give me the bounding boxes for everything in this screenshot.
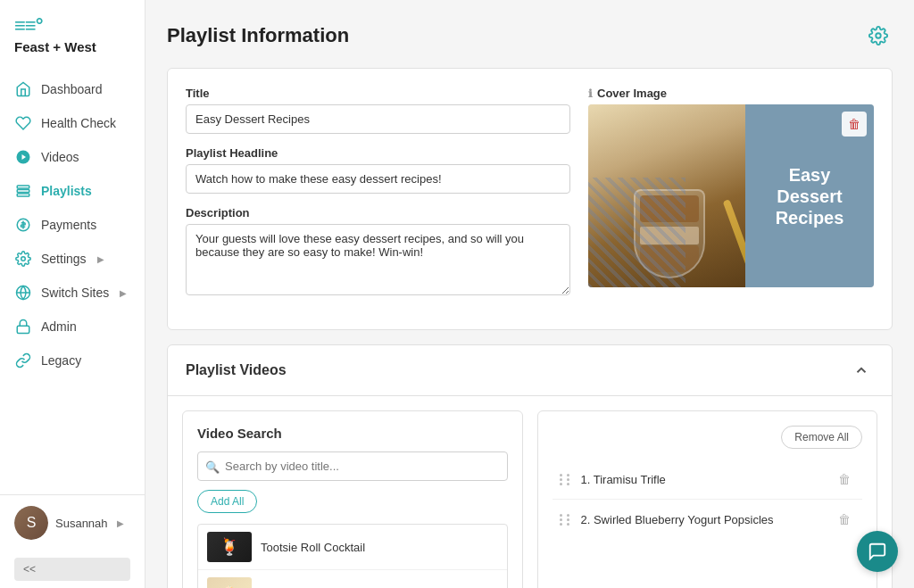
video-item-name: 2. Swirled Blueberry Yogurt Popsicles: [581, 513, 826, 526]
chat-button[interactable]: [857, 531, 898, 572]
sidebar-item-settings[interactable]: Settings ▶: [0, 242, 145, 276]
main-content: Playlist Information Title Playlist Head…: [145, 0, 914, 588]
remove-all-button[interactable]: Remove All: [781, 426, 862, 449]
blueberry-thumb: [207, 577, 252, 588]
drag-handle[interactable]: [560, 474, 572, 485]
switch-sites-arrow: ▶: [120, 288, 127, 298]
video-delete-button[interactable]: 🗑: [834, 509, 855, 530]
add-all-button[interactable]: Add All: [197, 490, 257, 513]
sidebar-item-label: Playlists: [41, 184, 92, 198]
video-list-item: 1. Tiramisu Trifle 🗑: [553, 460, 863, 500]
cover-image-label: ℹ Cover Image: [588, 87, 874, 100]
sidebar-item-label: Admin: [41, 319, 77, 334]
video-search-title: Video Search: [197, 426, 508, 441]
video-search-results: Tootsie Roll Cocktail Swirled Blueberry …: [197, 524, 508, 588]
sidebar-item-playlists[interactable]: Playlists: [0, 174, 145, 208]
description-form-group: Description Your guests will love these …: [186, 206, 570, 299]
logo-text: Feast + West: [14, 39, 96, 54]
link-icon: [14, 352, 32, 369]
title-form-group: Title: [186, 87, 570, 134]
sidebar-item-videos[interactable]: Videos: [0, 140, 145, 174]
search-result-item[interactable]: Swirled Blueberry Yogurt Popsicles: [198, 570, 507, 588]
sidebar-item-label: Videos: [41, 150, 79, 164]
video-item-name: 1. Tiramisu Trifle: [581, 473, 826, 486]
gear-icon: [14, 250, 32, 268]
lock-icon: [14, 318, 32, 335]
search-input-wrap: 🔍: [197, 451, 508, 481]
sidebar-item-label: Settings: [41, 252, 87, 266]
settings-gear-button[interactable]: [864, 21, 893, 50]
headline-input[interactable]: [186, 164, 570, 194]
sidebar-item-label: Switch Sites: [41, 286, 109, 300]
svg-point-6: [21, 257, 26, 261]
sidebar-item-dashboard[interactable]: Dashboard: [0, 72, 145, 106]
drag-handle[interactable]: [560, 514, 572, 526]
list-icon: [14, 182, 32, 200]
headline-form-group: Playlist Headline: [186, 146, 570, 194]
sidebar-nav: Dashboard Health Check Videos Playlists: [0, 65, 145, 494]
playlist-videos-card: Playlist Videos Video Search 🔍 Add All T…: [167, 344, 893, 588]
avatar: S: [14, 506, 48, 540]
svg-rect-3: [17, 190, 29, 193]
result-name: Tootsie Roll Cocktail: [261, 541, 365, 554]
description-textarea[interactable]: Your guests will love these easy dessert…: [186, 224, 570, 295]
videos-panel: Video Search 🔍 Add All Tootsie Roll Cock…: [168, 396, 892, 588]
page-title: Playlist Information: [167, 24, 349, 47]
home-icon: [14, 80, 32, 98]
tootsie-thumb: [207, 532, 252, 562]
sidebar-item-payments[interactable]: Payments: [0, 208, 145, 242]
sidebar-item-label: Legacy: [41, 353, 81, 368]
cover-image-form-group: ℹ Cover Image: [588, 87, 874, 287]
sidebar-logo: ≡≡° Feast + West: [0, 0, 145, 65]
search-input[interactable]: [197, 451, 508, 481]
user-arrow: ▶: [117, 518, 124, 528]
money-icon: [14, 216, 32, 234]
svg-rect-9: [17, 326, 29, 333]
info-icon: ℹ: [588, 87, 593, 100]
video-delete-button[interactable]: 🗑: [834, 468, 855, 490]
sidebar-user[interactable]: Susannah: [55, 517, 108, 530]
svg-rect-4: [17, 194, 29, 196]
video-list-panel: Remove All 1. Tiramisu Trifle 🗑: [537, 410, 878, 588]
svg-point-10: [876, 33, 881, 38]
sidebar-item-label: Payments: [41, 218, 96, 232]
play-icon: [14, 148, 32, 166]
sidebar-item-switch-sites[interactable]: Switch Sites ▶: [0, 276, 145, 310]
video-search-panel: Video Search 🔍 Add All Tootsie Roll Cock…: [182, 410, 523, 588]
playlist-videos-section-header: Playlist Videos: [168, 345, 892, 396]
sidebar-item-legacy[interactable]: Legacy: [0, 344, 145, 377]
section-title: Playlist Videos: [186, 362, 287, 378]
sidebar-item-admin[interactable]: Admin: [0, 310, 145, 344]
cover-image-container: EasyDessertRecipes 🗑: [588, 104, 874, 287]
section-collapse-button[interactable]: [849, 358, 874, 383]
sidebar-footer: S Susannah ▶: [0, 494, 145, 551]
sidebar: ≡≡° Feast + West Dashboard Health Check …: [0, 0, 145, 588]
logo-icon: ≡≡°: [14, 16, 42, 36]
headline-label: Playlist Headline: [186, 146, 570, 160]
heart-icon: [14, 114, 32, 132]
sidebar-collapse-btn[interactable]: <<: [14, 558, 130, 581]
globe-icon: [14, 284, 32, 302]
cover-recipe-title: EasyDessertRecipes: [776, 164, 844, 228]
description-label: Description: [186, 206, 570, 219]
svg-rect-2: [17, 186, 29, 188]
video-list-header: Remove All: [553, 426, 863, 449]
video-list-item: 2. Swirled Blueberry Yogurt Popsicles 🗑: [553, 500, 863, 539]
search-result-item[interactable]: Tootsie Roll Cocktail: [198, 525, 507, 570]
search-icon: 🔍: [205, 460, 220, 473]
title-label: Title: [186, 87, 570, 100]
playlist-info-card: Title Playlist Headline Description Your…: [167, 68, 893, 330]
sidebar-item-health-check[interactable]: Health Check: [0, 106, 145, 140]
sidebar-item-label: Dashboard: [41, 82, 103, 96]
sidebar-item-label: Health Check: [41, 116, 116, 130]
page-header: Playlist Information: [167, 21, 893, 50]
title-input[interactable]: [186, 104, 570, 134]
cover-delete-button[interactable]: 🗑: [842, 112, 867, 137]
settings-arrow: ▶: [97, 254, 104, 264]
